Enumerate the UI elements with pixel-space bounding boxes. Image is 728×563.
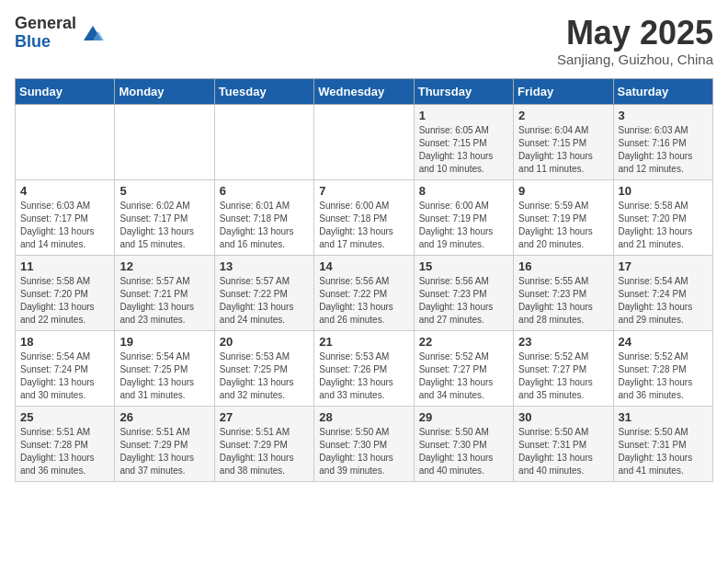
day-number: 27 [220, 410, 309, 424]
calendar-header: SundayMondayTuesdayWednesdayThursdayFrid… [16, 78, 713, 104]
calendar-cell [115, 104, 214, 179]
calendar-cell: 27Sunrise: 5:51 AM Sunset: 7:29 PM Dayli… [214, 406, 313, 481]
header-wednesday: Wednesday [314, 78, 414, 104]
day-number: 16 [518, 259, 608, 273]
header-tuesday: Tuesday [214, 78, 313, 104]
calendar-cell: 23Sunrise: 5:52 AM Sunset: 7:27 PM Dayli… [514, 330, 613, 406]
day-info: Sunrise: 5:54 AM Sunset: 7:25 PM Dayligh… [119, 350, 209, 402]
day-number: 7 [319, 184, 408, 198]
day-number: 11 [20, 259, 109, 273]
day-number: 30 [518, 410, 608, 424]
day-number: 29 [419, 410, 508, 424]
day-number: 8 [419, 184, 508, 198]
day-number: 13 [220, 259, 309, 273]
day-info: Sunrise: 6:01 AM Sunset: 7:18 PM Dayligh… [220, 200, 309, 251]
day-info: Sunrise: 5:59 AM Sunset: 7:19 PM Dayligh… [518, 200, 608, 251]
day-info: Sunrise: 6:04 AM Sunset: 7:15 PM Dayligh… [518, 124, 608, 176]
day-number: 15 [419, 259, 508, 273]
calendar-cell: 26Sunrise: 5:51 AM Sunset: 7:29 PM Dayli… [115, 406, 214, 481]
day-info: Sunrise: 5:53 AM Sunset: 7:26 PM Dayligh… [319, 350, 408, 402]
day-number: 28 [319, 410, 408, 424]
calendar-cell: 25Sunrise: 5:51 AM Sunset: 7:28 PM Dayli… [16, 406, 115, 481]
calendar-cell: 2Sunrise: 6:04 AM Sunset: 7:15 PM Daylig… [514, 104, 613, 179]
day-info: Sunrise: 5:56 AM Sunset: 7:22 PM Dayligh… [319, 275, 408, 327]
day-number: 23 [518, 335, 608, 349]
calendar-cell: 7Sunrise: 6:00 AM Sunset: 7:18 PM Daylig… [314, 179, 414, 255]
day-number: 1 [419, 109, 508, 122]
day-info: Sunrise: 5:57 AM Sunset: 7:22 PM Dayligh… [220, 275, 309, 327]
calendar-cell: 15Sunrise: 5:56 AM Sunset: 7:23 PM Dayli… [414, 255, 513, 330]
calendar-cell: 12Sunrise: 5:57 AM Sunset: 7:21 PM Dayli… [115, 255, 214, 330]
calendar-cell: 24Sunrise: 5:52 AM Sunset: 7:28 PM Dayli… [613, 330, 712, 406]
day-info: Sunrise: 5:51 AM Sunset: 7:29 PM Dayligh… [220, 426, 309, 477]
day-number: 14 [319, 259, 408, 273]
day-number: 3 [619, 109, 708, 122]
day-info: Sunrise: 5:53 AM Sunset: 7:25 PM Dayligh… [220, 350, 309, 402]
header-sunday: Sunday [16, 78, 115, 104]
header-friday: Friday [514, 78, 613, 104]
calendar-cell: 1Sunrise: 6:05 AM Sunset: 7:15 PM Daylig… [414, 104, 513, 179]
day-number: 17 [619, 259, 708, 273]
title-area: May 2025 Sanjiang, Guizhou, China [557, 15, 713, 67]
logo-icon [80, 20, 106, 46]
day-info: Sunrise: 5:58 AM Sunset: 7:20 PM Dayligh… [619, 200, 708, 251]
day-info: Sunrise: 5:54 AM Sunset: 7:24 PM Dayligh… [20, 350, 109, 402]
day-info: Sunrise: 6:02 AM Sunset: 7:17 PM Dayligh… [119, 200, 209, 251]
day-info: Sunrise: 6:00 AM Sunset: 7:19 PM Dayligh… [419, 200, 508, 251]
logo-blue: Blue [15, 33, 76, 52]
calendar-cell: 20Sunrise: 5:53 AM Sunset: 7:25 PM Dayli… [214, 330, 313, 406]
day-number: 10 [619, 184, 708, 198]
day-number: 26 [119, 410, 209, 424]
day-info: Sunrise: 6:00 AM Sunset: 7:18 PM Dayligh… [319, 200, 408, 251]
day-info: Sunrise: 6:05 AM Sunset: 7:15 PM Dayligh… [419, 124, 508, 176]
calendar-cell: 5Sunrise: 6:02 AM Sunset: 7:17 PM Daylig… [115, 179, 214, 255]
day-number: 2 [518, 109, 608, 122]
calendar-cell: 4Sunrise: 6:03 AM Sunset: 7:17 PM Daylig… [16, 179, 115, 255]
calendar-cell: 31Sunrise: 5:50 AM Sunset: 7:31 PM Dayli… [613, 406, 712, 481]
calendar-cell: 28Sunrise: 5:50 AM Sunset: 7:30 PM Dayli… [314, 406, 414, 481]
calendar-table: SundayMondayTuesdayWednesdayThursdayFrid… [15, 78, 713, 482]
location: Sanjiang, Guizhou, China [557, 52, 713, 67]
day-info: Sunrise: 5:52 AM Sunset: 7:28 PM Dayligh… [619, 350, 708, 402]
day-number: 4 [20, 184, 109, 198]
day-number: 5 [119, 184, 209, 198]
day-info: Sunrise: 5:51 AM Sunset: 7:28 PM Dayligh… [20, 426, 109, 477]
month-title: May 2025 [557, 15, 713, 52]
header-thursday: Thursday [414, 78, 513, 104]
day-info: Sunrise: 5:50 AM Sunset: 7:31 PM Dayligh… [518, 426, 608, 477]
calendar-cell: 10Sunrise: 5:58 AM Sunset: 7:20 PM Dayli… [613, 179, 712, 255]
day-info: Sunrise: 5:56 AM Sunset: 7:23 PM Dayligh… [419, 275, 508, 327]
day-info: Sunrise: 6:03 AM Sunset: 7:16 PM Dayligh… [619, 124, 708, 176]
day-info: Sunrise: 5:52 AM Sunset: 7:27 PM Dayligh… [419, 350, 508, 402]
day-number: 18 [20, 335, 109, 349]
day-info: Sunrise: 5:52 AM Sunset: 7:27 PM Dayligh… [518, 350, 608, 402]
calendar-cell: 13Sunrise: 5:57 AM Sunset: 7:22 PM Dayli… [214, 255, 313, 330]
day-info: Sunrise: 5:50 AM Sunset: 7:30 PM Dayligh… [419, 426, 508, 477]
day-number: 24 [619, 335, 708, 349]
day-number: 6 [220, 184, 309, 198]
day-number: 9 [518, 184, 608, 198]
calendar-cell: 21Sunrise: 5:53 AM Sunset: 7:26 PM Dayli… [314, 330, 414, 406]
calendar-cell [314, 104, 414, 179]
calendar-cell [214, 104, 313, 179]
logo: General Blue [15, 15, 106, 52]
day-number: 21 [319, 335, 408, 349]
day-info: Sunrise: 5:51 AM Sunset: 7:29 PM Dayligh… [119, 426, 209, 477]
day-number: 31 [619, 410, 708, 424]
day-info: Sunrise: 5:54 AM Sunset: 7:24 PM Dayligh… [619, 275, 708, 327]
day-info: Sunrise: 6:03 AM Sunset: 7:17 PM Dayligh… [20, 200, 109, 251]
day-number: 20 [220, 335, 309, 349]
calendar-cell: 3Sunrise: 6:03 AM Sunset: 7:16 PM Daylig… [613, 104, 712, 179]
page-header: General Blue May 2025 Sanjiang, Guizhou,… [15, 15, 713, 67]
day-info: Sunrise: 5:50 AM Sunset: 7:31 PM Dayligh… [619, 426, 708, 477]
day-number: 22 [419, 335, 508, 349]
day-info: Sunrise: 5:50 AM Sunset: 7:30 PM Dayligh… [319, 426, 408, 477]
calendar-cell: 22Sunrise: 5:52 AM Sunset: 7:27 PM Dayli… [414, 330, 513, 406]
calendar-cell [16, 104, 115, 179]
day-number: 25 [20, 410, 109, 424]
calendar-cell: 19Sunrise: 5:54 AM Sunset: 7:25 PM Dayli… [115, 330, 214, 406]
header-monday: Monday [115, 78, 214, 104]
calendar-cell: 14Sunrise: 5:56 AM Sunset: 7:22 PM Dayli… [314, 255, 414, 330]
calendar-cell: 9Sunrise: 5:59 AM Sunset: 7:19 PM Daylig… [514, 179, 613, 255]
day-info: Sunrise: 5:55 AM Sunset: 7:23 PM Dayligh… [518, 275, 608, 327]
